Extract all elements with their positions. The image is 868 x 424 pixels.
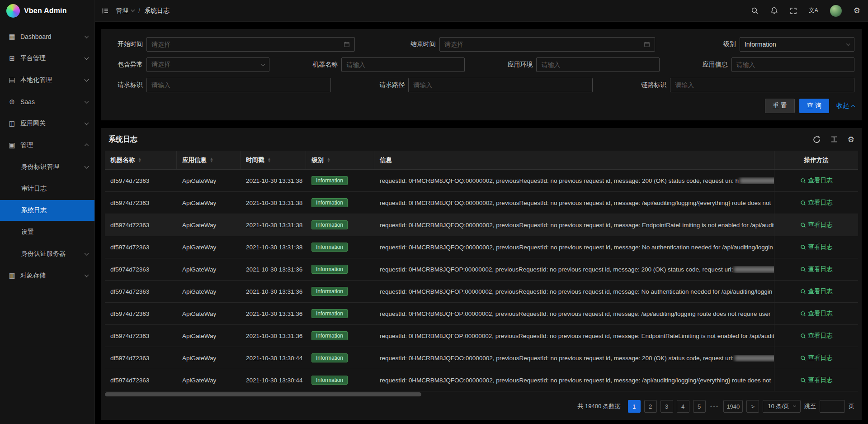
view-log-link[interactable]: 查看日志 — [800, 354, 833, 362]
view-log-link[interactable]: 查看日志 — [800, 332, 833, 340]
view-log-link[interactable]: 查看日志 — [800, 310, 833, 318]
sidebar-item-settings[interactable]: 设置 — [0, 222, 94, 243]
trace-id-input[interactable] — [675, 81, 849, 89]
cell-level: Information — [306, 376, 374, 385]
column-header-level[interactable]: 级别 ▲▼ — [306, 151, 374, 169]
end-time-picker[interactable] — [439, 37, 655, 52]
search-button[interactable]: 查 询 — [799, 99, 829, 113]
app-info-control[interactable] — [731, 57, 854, 72]
menu-fold-icon[interactable] — [95, 0, 116, 22]
page-ellipsis[interactable]: ••• — [710, 403, 719, 410]
horizontal-scrollbar — [105, 391, 858, 397]
table-row: df5974d72363 ApiGateWay 2021-10-30 13:30… — [105, 369, 858, 391]
sidebar-item-label: 审计日志 — [21, 185, 88, 193]
request-id-input[interactable] — [151, 81, 326, 89]
sidebar-item-management[interactable]: ▣ 管理 — [0, 135, 94, 156]
page-button-3[interactable]: 3 — [660, 400, 673, 413]
has-exception-select[interactable]: 请选择 — [146, 57, 269, 72]
next-page-button[interactable]: > — [746, 400, 759, 413]
cell-level: Information — [306, 243, 374, 252]
table-row: df5974d72363 ApiGateWay 2021-10-30 13:31… — [105, 192, 858, 214]
end-time-input[interactable] — [444, 41, 640, 48]
start-time-picker[interactable] — [146, 37, 355, 52]
horizontal-scrollbar-thumb[interactable] — [105, 392, 421, 396]
page-button-last[interactable]: 1940 — [723, 400, 743, 413]
view-log-label: 查看日志 — [808, 354, 833, 362]
page-button-1[interactable]: 1 — [628, 400, 641, 413]
cell-machine-name: df5974d72363 — [105, 333, 177, 339]
column-header-timestamp[interactable]: 时间戳 ▲▼ — [241, 151, 306, 169]
view-log-link[interactable]: 查看日志 — [800, 265, 833, 273]
sidebar-item-platform-management[interactable]: ⊞ 平台管理 — [0, 48, 94, 69]
logo[interactable]: Vben Admin — [0, 0, 94, 22]
settings-gear-icon[interactable]: ⚙ — [848, 136, 854, 143]
view-log-link[interactable]: 查看日志 — [800, 376, 833, 384]
cell-message: requestId: 0HMCRBM8JQFOP:00000002, previ… — [374, 310, 774, 317]
column-header-app-info[interactable]: 应用信息 ▲▼ — [177, 151, 241, 169]
message-text: requestId: 0HMCRBM8JQFOP:00000002, previ… — [380, 310, 771, 317]
request-id-control[interactable] — [146, 78, 331, 92]
cell-app-info: ApiGateWay — [177, 222, 241, 229]
view-log-link[interactable]: 查看日志 — [800, 287, 833, 295]
table-toolbar: 系统日志 ⚙ — [105, 128, 858, 151]
sidebar-item-app-gateway[interactable]: ◫ 应用网关 — [0, 113, 94, 134]
breadcrumb-label: 管理 — [116, 7, 128, 15]
chevron-down-icon — [85, 56, 89, 60]
bell-icon[interactable] — [764, 0, 784, 21]
start-time-input[interactable] — [151, 41, 340, 48]
machine-name-input[interactable] — [346, 61, 459, 68]
fullscreen-icon[interactable] — [784, 0, 803, 21]
sidebar-item-system-log[interactable]: 系统日志 — [0, 200, 94, 221]
sidebar-item-audit-log[interactable]: 审计日志 — [0, 178, 94, 199]
cell-level: Information — [306, 265, 374, 274]
view-log-link[interactable]: 查看日志 — [800, 199, 833, 207]
view-log-link[interactable]: 查看日志 — [800, 243, 833, 251]
trace-id-control[interactable] — [670, 78, 854, 92]
jump-page-input[interactable] — [820, 400, 845, 413]
field-label: 应用信息 — [693, 61, 728, 69]
app-env-input[interactable] — [541, 61, 654, 68]
app-env-control[interactable] — [536, 57, 659, 72]
chevron-down-icon — [846, 42, 850, 45]
machine-name-control[interactable] — [341, 57, 464, 72]
sidebar-item-localization-management[interactable]: ▤ 本地化管理 — [0, 70, 94, 91]
cell-app-info: ApiGateWay — [177, 288, 241, 295]
sidebar-item-dashboard[interactable]: ▦ Dashboard — [0, 26, 94, 47]
breadcrumb: 管理 / 系统日志 — [116, 7, 170, 15]
translate-icon[interactable]: 文A — [803, 0, 824, 21]
select-placeholder: 请选择 — [151, 61, 258, 69]
search-icon[interactable] — [745, 0, 764, 21]
sidebar-item-saas[interactable]: ⊕ Saas — [0, 91, 94, 112]
topbar-actions: 文A ⚙ — [745, 0, 868, 21]
reset-button[interactable]: 重 置 — [765, 99, 795, 113]
column-height-icon[interactable] — [830, 136, 838, 143]
cell-timestamp: 2021-10-30 13:31:36 — [241, 266, 306, 273]
cell-message: requestId: 0HMCRBM8JQFOP:00000002, previ… — [374, 288, 774, 295]
page-button-4[interactable]: 4 — [677, 400, 689, 413]
page-button-2[interactable]: 2 — [644, 400, 657, 413]
settings-gear-icon[interactable]: ⚙ — [848, 0, 866, 21]
request-path-control[interactable] — [408, 78, 593, 92]
breadcrumb-item-management[interactable]: 管理 — [116, 7, 134, 15]
storage-icon: ▥ — [8, 272, 16, 280]
view-log-link[interactable]: 查看日志 — [800, 176, 833, 185]
sidebar-item-auth-server[interactable]: 身份认证服务器 — [0, 243, 94, 264]
level-select[interactable]: Information — [740, 37, 854, 52]
app-info-input[interactable] — [736, 61, 849, 68]
request-path-input[interactable] — [413, 81, 588, 89]
sidebar-item-label: 管理 — [20, 141, 85, 149]
reload-icon[interactable] — [813, 136, 821, 143]
page-size-select[interactable]: 10 条/页 — [763, 400, 801, 413]
sidebar-item-identity-management[interactable]: 身份标识管理 — [0, 157, 94, 177]
page-button-5[interactable]: 5 — [693, 400, 706, 413]
avatar[interactable] — [824, 0, 848, 21]
message-text: requestId: 0HMCRBM8JQFOQ:00000002, previ… — [380, 200, 771, 206]
sidebar-item-label: 平台管理 — [20, 54, 85, 62]
cell-actions: 查看日志 — [774, 236, 858, 258]
sidebar-item-object-storage[interactable]: ▥ 对象存储 — [0, 265, 94, 286]
cell-timestamp: 2021-10-30 13:31:38 — [241, 200, 306, 206]
view-log-link[interactable]: 查看日志 — [800, 221, 833, 229]
column-header-machine-name[interactable]: 机器名称 ▲▼ — [105, 151, 177, 169]
collapse-link[interactable]: 收起 — [836, 102, 854, 110]
column-label: 机器名称 — [110, 156, 135, 164]
